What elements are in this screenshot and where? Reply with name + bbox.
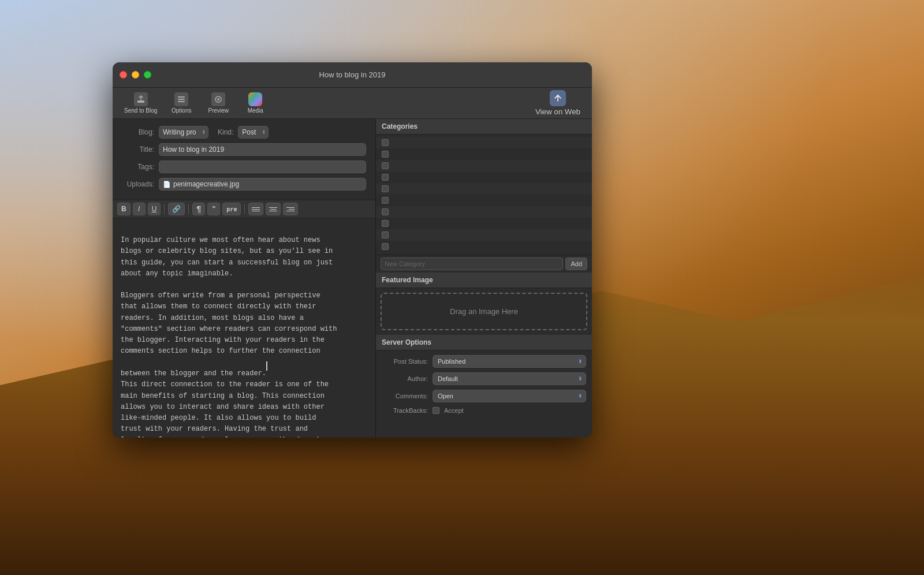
send-to-blog-icon xyxy=(134,92,148,106)
category-checkbox-5[interactable] xyxy=(382,185,389,192)
title-label: Title: xyxy=(122,145,154,154)
svg-rect-0 xyxy=(137,100,144,103)
kind-select-wrapper: Post xyxy=(238,126,269,139)
view-on-web-icon xyxy=(550,90,566,106)
tags-row: Tags: xyxy=(122,160,366,173)
view-on-web-button[interactable]: View on Web xyxy=(531,88,585,118)
categories-header: Categories xyxy=(376,119,592,135)
author-select[interactable]: Default xyxy=(433,372,586,385)
tags-label: Tags: xyxy=(122,163,154,171)
tags-input[interactable] xyxy=(159,160,366,173)
new-category-input[interactable] xyxy=(381,257,563,270)
author-label: Author: xyxy=(382,375,428,382)
options-label: Options xyxy=(172,107,191,114)
category-checkbox-4[interactable] xyxy=(382,174,389,181)
list-item xyxy=(376,148,592,160)
server-options-section: Server Options Post Status: Published Dr… xyxy=(376,335,592,438)
editor-paragraph-2: This direct connection to the reader is … xyxy=(121,380,337,438)
align-right-button[interactable] xyxy=(283,203,298,215)
media-label: Media xyxy=(248,107,263,114)
category-checkbox-3[interactable] xyxy=(382,162,389,169)
uploads-label: Uploads: xyxy=(122,180,154,188)
preview-button[interactable]: Preview xyxy=(201,90,236,116)
svg-rect-3 xyxy=(178,101,185,102)
bold-button[interactable]: B xyxy=(117,203,131,215)
media-button[interactable]: Media xyxy=(238,90,273,116)
view-on-web-label: View on Web xyxy=(535,107,580,116)
preview-label: Preview xyxy=(208,107,229,114)
category-checkbox-6[interactable] xyxy=(382,197,389,204)
underline-button[interactable]: U xyxy=(148,203,161,215)
category-checkbox-10[interactable] xyxy=(382,243,389,250)
featured-image-header: Featured Image xyxy=(376,272,592,288)
link-button[interactable]: 🔗 xyxy=(168,203,185,215)
pre-button[interactable]: pre xyxy=(222,203,241,215)
align-left-button[interactable] xyxy=(248,203,263,215)
comments-select[interactable]: Open Closed xyxy=(433,390,586,402)
media-icon xyxy=(248,92,262,106)
new-category-row: Add xyxy=(376,255,592,272)
align-center-button[interactable] xyxy=(266,203,281,215)
blog-row: Blog: Writing pro Kind: Post xyxy=(122,126,366,139)
category-checkbox-9[interactable] xyxy=(382,232,389,238)
send-to-blog-button[interactable]: Send to Blog xyxy=(120,90,162,116)
post-status-select[interactable]: Published Draft Pending xyxy=(433,355,586,368)
server-form: Post Status: Published Draft Pending Aut… xyxy=(376,350,592,423)
trackbacks-row: TrackBacks: Accept xyxy=(382,407,586,414)
traffic-lights xyxy=(120,71,151,79)
minimize-button[interactable] xyxy=(132,71,139,79)
blog-label: Blog: xyxy=(122,128,154,136)
options-button[interactable]: Options xyxy=(164,90,199,116)
kind-select[interactable]: Post xyxy=(238,126,269,139)
form-section: Blog: Writing pro Kind: Post Title: xyxy=(113,119,375,200)
category-checkbox-2[interactable] xyxy=(382,151,389,158)
categories-section: Categories xyxy=(376,119,592,272)
editor-content[interactable]: In popular culture we most often hear ab… xyxy=(121,224,367,438)
content-area: Blog: Writing pro Kind: Post Title: xyxy=(113,119,592,438)
cursor xyxy=(266,361,267,371)
close-button[interactable] xyxy=(120,71,127,79)
blog-select-wrapper: Writing pro xyxy=(159,126,208,139)
titlebar: How to blog in 2019 xyxy=(113,62,592,88)
fullscreen-button[interactable] xyxy=(144,71,151,79)
category-checkbox-8[interactable] xyxy=(382,220,389,227)
window-title: How to blog in 2019 xyxy=(319,70,386,79)
title-row: Title: xyxy=(122,143,366,156)
author-select-wrapper: Default xyxy=(433,372,586,385)
featured-image-section: Featured Image Drag an Image Here xyxy=(376,272,592,335)
paragraph-button[interactable]: ¶ xyxy=(192,203,205,215)
italic-button[interactable]: I xyxy=(133,203,146,215)
editor-paragraph-1: In popular culture we most often hear ab… xyxy=(121,236,337,378)
format-separator-1 xyxy=(164,204,165,214)
format-separator-2 xyxy=(188,204,189,214)
category-checkbox-1[interactable] xyxy=(382,139,389,146)
list-item xyxy=(376,241,592,252)
trackbacks-checkbox[interactable] xyxy=(433,407,439,414)
file-icon: 📄 xyxy=(163,181,171,188)
editor-area[interactable]: In popular culture we most often hear ab… xyxy=(113,218,375,438)
left-panel: Blog: Writing pro Kind: Post Title: xyxy=(113,119,376,438)
quote-button[interactable]: " xyxy=(207,203,220,215)
add-category-button[interactable]: Add xyxy=(565,257,587,270)
drag-image-label: Drag an Image Here xyxy=(450,307,518,316)
uploads-display[interactable]: 📄 penimagecreative.jpg xyxy=(159,178,366,191)
blog-select[interactable]: Writing pro xyxy=(159,126,208,139)
svg-rect-1 xyxy=(178,96,185,98)
list-item xyxy=(376,206,592,218)
format-separator-3 xyxy=(244,204,245,214)
list-item xyxy=(376,183,592,195)
drag-image-area[interactable]: Drag an Image Here xyxy=(381,293,587,330)
list-item xyxy=(376,195,592,206)
title-input[interactable] xyxy=(159,143,366,156)
author-row: Author: Default xyxy=(382,372,586,385)
category-checkbox-7[interactable] xyxy=(382,208,389,215)
svg-point-5 xyxy=(217,98,219,100)
kind-label-text: Kind: xyxy=(218,128,233,136)
post-status-label: Post Status: xyxy=(382,358,428,365)
comments-row: Comments: Open Closed xyxy=(382,390,586,402)
list-item xyxy=(376,137,592,148)
preview-icon xyxy=(211,92,225,106)
send-to-blog-label: Send to Blog xyxy=(124,107,157,114)
comments-label: Comments: xyxy=(382,393,428,399)
post-status-row: Post Status: Published Draft Pending xyxy=(382,355,586,368)
